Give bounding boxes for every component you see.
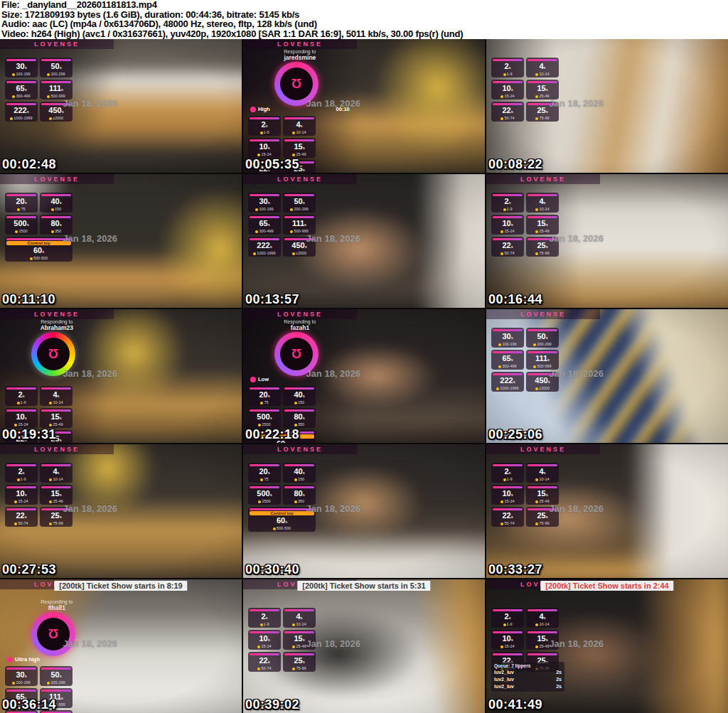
video-thumbnail[interactable]: LOVENSE [200tk] Ticket Show starts in 2:… — [486, 579, 728, 713]
video-thumbnail[interactable]: 2s1-94s10-1410s15-2415s25-4922s50-7425s7… — [486, 39, 728, 173]
video-thumbnail[interactable]: LOVENSE Responding to jaredsmine Ʊ High … — [243, 39, 485, 173]
coin-icon — [14, 424, 17, 427]
video-thumbnail[interactable]: LOVENSE [200tk] Ticket Show starts in 8:… — [0, 579, 242, 713]
tip-range: 2500 — [250, 499, 279, 504]
coin-icon — [503, 478, 506, 481]
coin-icon — [15, 230, 18, 233]
tip-menu-card: 10s15-24 — [491, 485, 524, 505]
tip-menu-card: 10s15-24 — [5, 485, 38, 505]
tip-menu-card: 10s15-24 — [491, 630, 524, 650]
tip-range: 500-500 — [6, 256, 71, 261]
tip-menu-card: 40s150 — [283, 463, 316, 483]
coin-icon — [49, 424, 52, 427]
coin-icon — [503, 73, 506, 76]
card-accent-strip — [493, 486, 523, 488]
tip-menu-card: 2s1-9 — [491, 608, 524, 628]
timestamp-label: 00:36:14 — [2, 697, 56, 712]
lovense-banner: LOVENSE — [0, 444, 114, 454]
tip-menu-card: 22s50-74 — [5, 507, 38, 527]
tipper-queue-row: luv2_luv2s — [494, 676, 562, 683]
card-accent-strip — [250, 194, 279, 196]
tip-menu: 2s1-94s10-1410s15-2415s25-4922s50-7425s7… — [491, 463, 559, 527]
tip-duration-value: 111s — [284, 219, 314, 229]
tip-duration-value: 2s — [6, 467, 36, 477]
video-thumbnail[interactable]: LOVENSE 30s100-19950s200-29965s300-49911… — [243, 174, 485, 308]
video-thumbnail[interactable]: LOVENSE Responding to Abraham23 Ʊ 2s1-94… — [0, 309, 242, 443]
tip-range: 10-14 — [528, 72, 557, 77]
video-thumbnail[interactable]: LOVENSE Responding to fazah1 Ʊ Low 20s75… — [243, 309, 485, 443]
tip-range: 50-74 — [250, 666, 279, 671]
coin-icon — [12, 95, 15, 98]
coin-icon — [294, 500, 297, 503]
tip-duration-value: 10s — [493, 489, 523, 499]
lovense-banner: LOVENSE — [486, 174, 600, 184]
tip-duration-value: 2s — [250, 612, 279, 622]
tip-range: 25-49 — [284, 152, 314, 157]
coin-icon — [535, 230, 538, 233]
responding-prefix: Responding to — [0, 599, 114, 604]
coin-icon — [294, 402, 297, 404]
tip-menu-card: 15s25-49 — [526, 215, 559, 235]
coin-icon — [49, 117, 52, 120]
tip-duration-value: 15s — [284, 142, 314, 152]
timestamp-label: 00:16:44 — [488, 292, 542, 307]
video-thumbnail[interactable]: LOVENSE 30s100-19950s200-29965s300-49911… — [486, 309, 728, 443]
tip-duration-value: 2s — [250, 120, 279, 130]
tip-duration-value: 2s — [493, 197, 523, 207]
tip-range: 15-24 — [493, 229, 523, 234]
coin-icon — [500, 230, 503, 233]
tip-duration-value: 60s — [6, 246, 71, 256]
timestamp-label: 00:13:57 — [245, 292, 299, 307]
card-accent-strip — [528, 486, 557, 488]
tip-duration-value: 60s — [250, 516, 314, 526]
tip-duration-value: 10s — [250, 142, 279, 152]
tip-range: 1-9 — [250, 130, 279, 135]
tip-menu-card: 2s1-9 — [248, 608, 281, 628]
date-watermark: Jan 18, 2026 — [306, 638, 360, 649]
card-accent-strip — [41, 216, 71, 218]
coin-icon — [496, 387, 499, 390]
video-thumbnail[interactable]: LOVENSE 30s100-19950s200-29965s300-49911… — [0, 39, 242, 173]
tip-range: 1000-1999 — [250, 251, 279, 256]
coin-icon — [498, 365, 501, 368]
tip-range: 1-9 — [493, 477, 523, 482]
video-thumbnail[interactable]: LOVENSE [200tk] Ticket Show starts in 5:… — [243, 579, 485, 713]
video-thumbnail[interactable]: LOVENSE 2s1-94s10-1410s15-2415s25-4922s5… — [486, 444, 728, 578]
video-thumbnail[interactable]: LOVENSE 20s7540s150500s250080s350Control… — [0, 174, 242, 308]
coin-icon — [260, 478, 263, 481]
tip-menu: 30s100-19950s200-29965s300-499111s500-99… — [248, 193, 316, 257]
tip-range: ≥2000 — [41, 116, 71, 121]
tip-menu-card: 10s15-24 — [5, 408, 38, 428]
video-thumbnail[interactable]: LOVENSE 2s1-94s10-1410s15-2415s25-4922s5… — [486, 174, 728, 308]
tip-duration-value: 500s — [6, 219, 36, 229]
tip-menu: 30s100-19950s200-29965s300-499111s500-99… — [5, 58, 73, 122]
tip-range: 10-14 — [528, 477, 557, 482]
date-watermark: Jan 18, 2026 — [63, 233, 117, 244]
tip-duration-value: 40s — [41, 197, 71, 207]
tip-duration-value: 4s — [41, 390, 71, 400]
tip-range: 100-199 — [6, 680, 36, 685]
video-thumbnail[interactable]: LOVENSE 2s1-94s10-1410s15-2415s25-4922s5… — [0, 444, 242, 578]
coin-icon — [257, 154, 260, 156]
coin-icon — [294, 424, 297, 427]
tip-duration-value: 4s — [528, 197, 557, 207]
tip-duration-value: 30s — [493, 332, 523, 342]
tip-duration-value: 20s — [250, 390, 279, 400]
tip-duration-value: 22s — [493, 106, 523, 116]
coin-icon — [500, 117, 503, 120]
date-watermark: Jan 18, 2026 — [549, 98, 604, 109]
tip-menu-card: 30s100-199 — [5, 666, 38, 686]
card-accent-strip — [528, 81, 557, 83]
tip-duration-value: 22s — [250, 656, 279, 666]
card-accent-strip — [6, 216, 36, 218]
tip-menu-card: 4s10-14 — [526, 193, 559, 213]
lovense-banner: LOVENSE — [0, 39, 114, 49]
tip-menu-card: 4s10-14 — [526, 608, 559, 628]
coin-icon — [255, 208, 258, 211]
timestamp-label: 00:02:48 — [2, 157, 56, 172]
lovense-banner: LOVENSE — [0, 309, 114, 319]
video-thumbnail[interactable]: LOVENSE 20s7540s150500s250080s350Control… — [243, 444, 485, 578]
tip-menu-card: 25s75-99 — [283, 652, 316, 672]
card-accent-strip — [493, 194, 523, 196]
tip-menu-card: 30s100-199 — [491, 328, 524, 348]
